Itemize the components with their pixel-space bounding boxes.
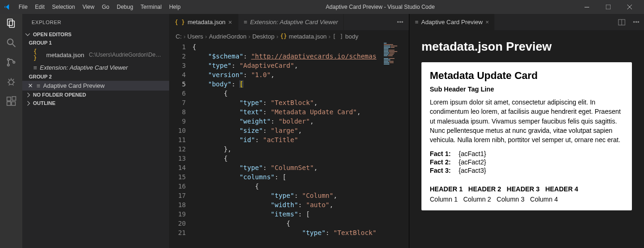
tab-extension[interactable]: ≡ Extension: Adaptive Card Viewer	[238, 14, 344, 30]
menu-help[interactable]: Help	[165, 2, 184, 12]
adaptive-card: Metadata Update Card Sub Header Tag Line…	[421, 62, 632, 210]
card-fact: Fact 3:{acFact3}	[430, 167, 624, 174]
chevron-down-icon	[26, 32, 31, 37]
close-button[interactable]	[619, 0, 640, 14]
tab-preview[interactable]: ≡ Adaptive Card Preview ×	[409, 14, 494, 30]
svg-point-9	[7, 64, 9, 66]
svg-rect-0	[585, 7, 589, 7]
svg-point-8	[7, 59, 9, 60]
close-icon[interactable]: ×	[486, 19, 489, 26]
svg-point-6	[7, 39, 13, 45]
outline-section[interactable]: OUTLINE	[22, 99, 169, 107]
menu-terminal[interactable]: Terminal	[137, 2, 165, 12]
preview-icon: ≡	[37, 82, 40, 89]
line-numbers: 123456789101112131415161718192021	[169, 42, 192, 248]
window-title: Adaptive Card Preview - Visual Studio Co…	[184, 4, 576, 10]
vscode-logo-icon	[4, 3, 11, 11]
group-2-label: GROUP 2	[22, 72, 169, 81]
preview-tabs: ≡ Adaptive Card Preview × •••	[409, 14, 644, 30]
menu-view[interactable]: View	[79, 2, 98, 12]
minimize-button[interactable]	[576, 0, 598, 14]
explorer-sidebar: EXPLORER OPEN EDITORS GROUP 1 { } metada…	[22, 14, 169, 248]
chevron-right-icon	[26, 92, 31, 98]
svg-rect-19	[7, 97, 11, 101]
explorer-header: EXPLORER	[22, 14, 169, 30]
card-fact: Fact 2:{acFact2}	[430, 158, 624, 166]
menu-go[interactable]: Go	[98, 2, 113, 12]
svg-line-18	[13, 84, 13, 85]
close-icon[interactable]: ✕	[28, 82, 33, 89]
svg-rect-22	[12, 97, 16, 100]
preview-body: metadata.json Preview Metadata Update Ca…	[409, 30, 644, 248]
svg-line-7	[13, 44, 15, 47]
close-icon[interactable]: ×	[228, 19, 232, 26]
maximize-button[interactable]	[598, 0, 619, 14]
json-file-icon: { }	[175, 19, 185, 26]
svg-rect-4	[7, 19, 13, 26]
preview-icon: ≡	[33, 64, 37, 71]
extensions-icon[interactable]	[6, 96, 17, 107]
open-editor-preview[interactable]: ✕ ≡ Adaptive Card Preview	[22, 81, 169, 91]
menu-debug[interactable]: Debug	[113, 2, 137, 12]
card-fact: Fact 1:{acFact1}	[430, 150, 624, 157]
search-icon[interactable]	[6, 37, 17, 48]
array-icon: [ ]	[332, 33, 343, 40]
main-menu: File Edit Selection View Go Debug Termin…	[15, 2, 184, 12]
open-editor-metadata[interactable]: { } metadata.json C:\Users\AudrieGordon\…	[22, 47, 169, 63]
menu-selection[interactable]: Selection	[48, 2, 79, 12]
group-1-label: GROUP 1	[22, 39, 169, 47]
debug-icon[interactable]	[6, 76, 17, 87]
svg-line-16	[13, 79, 14, 80]
editor-area: { } metadata.json × ≡ Extension: Adaptiv…	[169, 14, 409, 248]
svg-rect-5	[9, 21, 14, 27]
title-bar: File Edit Selection View Go Debug Termin…	[0, 0, 644, 14]
preview-title: metadata.json Preview	[421, 39, 632, 54]
preview-icon: ≡	[244, 19, 248, 26]
svg-line-17	[9, 84, 10, 85]
json-file-icon: { }	[33, 48, 44, 61]
svg-rect-1	[606, 5, 611, 9]
minimap[interactable]	[384, 42, 402, 248]
source-control-icon[interactable]	[6, 57, 17, 68]
activity-bar	[0, 14, 22, 248]
card-heading: Metadata Update Card	[430, 70, 624, 82]
svg-rect-20	[7, 102, 11, 105]
menu-edit[interactable]: Edit	[31, 2, 48, 12]
explorer-icon[interactable]	[6, 18, 17, 29]
editor-more-actions[interactable]: •••	[391, 14, 409, 30]
code-editor[interactable]: 123456789101112131415161718192021 { "$sc…	[169, 42, 409, 248]
card-headers-row: HEADER 1HEADER 2HEADER 3HEADER 4	[430, 185, 624, 193]
split-editor-icon[interactable]	[618, 19, 625, 26]
editor-tabs: { } metadata.json × ≡ Extension: Adaptiv…	[169, 14, 409, 30]
card-paragraph: Lorem ipsum dolor sit amet, consectetur …	[430, 98, 624, 144]
svg-point-10	[13, 61, 15, 63]
svg-line-15	[8, 79, 10, 80]
open-editors-section[interactable]: OPEN EDITORS	[22, 30, 169, 39]
tab-metadata[interactable]: { } metadata.json ×	[169, 14, 238, 30]
code-content[interactable]: { "$schema": "http://adaptivecards.io/sc…	[192, 42, 409, 248]
menu-file[interactable]: File	[15, 2, 31, 12]
chevron-right-icon	[26, 100, 31, 106]
preview-pane: ≡ Adaptive Card Preview × ••• metadata.j…	[409, 14, 644, 248]
json-file-icon: {}	[280, 33, 287, 39]
more-actions-icon[interactable]: •••	[633, 19, 639, 26]
svg-rect-21	[12, 102, 15, 105]
no-folder-section[interactable]: NO FOLDER OPENED	[22, 91, 169, 99]
open-editor-extension[interactable]: ≡ Extension: Adaptive Card Viewer	[22, 63, 169, 72]
card-columns-row: Column 1Column 2Column 3Column 4	[430, 196, 624, 203]
breadcrumb[interactable]: C:› Users› AudrieGordon› Desktop› {} met…	[169, 30, 409, 42]
preview-icon: ≡	[415, 19, 419, 26]
card-subheading: Sub Header Tag Line	[430, 85, 624, 93]
